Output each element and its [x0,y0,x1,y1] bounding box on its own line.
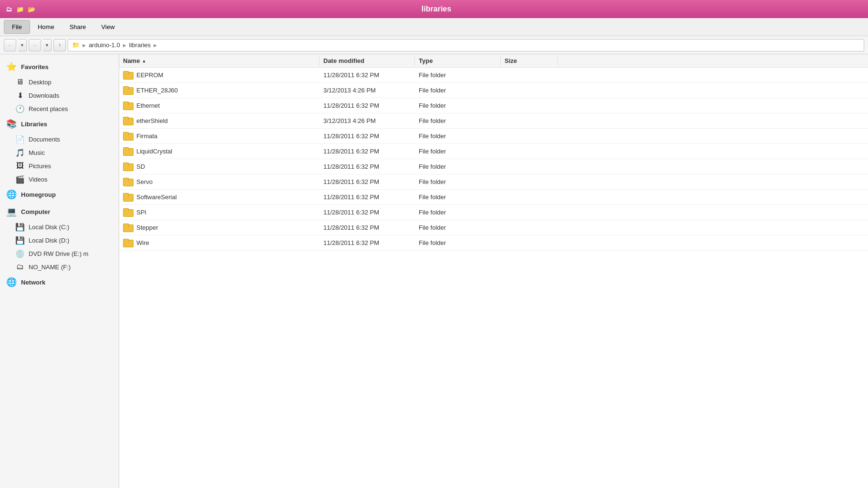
app-icon-2: 📁 [15,4,25,14]
table-row[interactable]: SD11/28/2011 6:32 PMFile folder [119,159,868,174]
file-date: 11/28/2011 6:32 PM [320,237,415,248]
file-type: File folder [415,100,501,111]
file-size [501,89,558,92]
sidebar-section-network[interactable]: 🌐 Network [0,274,119,291]
pictures-label: Pictures [29,163,51,170]
file-type: File folder [415,161,501,172]
menu-file[interactable]: File [4,20,30,34]
sidebar-item-dvd-drive[interactable]: 💿 DVD RW Drive (E:) m [0,247,119,260]
sidebar-item-no-name[interactable]: 🗂 NO_NAME (F:) [0,260,119,274]
col-header-type[interactable]: Type [415,55,501,66]
sidebar-section-libraries[interactable]: 📚 Libraries [0,115,119,132]
table-row[interactable]: Wire11/28/2011 6:32 PMFile folder [119,235,868,251]
folder-icon [123,86,133,95]
file-size [501,119,558,123]
computer-label: Computer [21,208,50,215]
breadcrumb-end-arrow[interactable]: ► [153,42,158,48]
table-row[interactable]: Stepper11/28/2011 6:32 PMFile folder [119,220,868,235]
file-name-cell: Servo [119,176,320,188]
back-dropdown[interactable]: ▼ [18,39,27,51]
sidebar-item-videos[interactable]: 🎬 Videos [0,173,119,186]
dvd-drive-label: DVD RW Drive (E:) m [29,250,88,257]
table-row[interactable]: etherShield3/12/2013 4:26 PMFile folder [119,113,868,129]
favorites-label: Favorites [21,63,49,71]
file-type: File folder [415,237,501,248]
libraries-section-icon: 📚 [6,118,17,130]
forward-button[interactable]: → [29,39,41,51]
file-date: 11/28/2011 6:32 PM [320,207,415,218]
sidebar-item-desktop[interactable]: 🖥 Desktop [0,75,119,89]
file-name-cell: Firmata [119,130,320,142]
file-date: 11/28/2011 6:32 PM [320,146,415,157]
table-row[interactable]: Ethernet11/28/2011 6:32 PMFile folder [119,98,868,113]
file-name: Wire [136,239,149,246]
breadcrumb-arduino[interactable]: arduino-1.0 [89,41,120,49]
main-layout: ⭐ Favorites 🖥 Desktop ⬇ Downloads 🕐 Rece… [0,54,868,488]
file-size [501,180,558,184]
table-row[interactable]: Servo11/28/2011 6:32 PMFile folder [119,174,868,190]
sidebar-section-favorites[interactable]: ⭐ Favorites [0,58,119,75]
file-type: File folder [415,131,501,142]
file-name: SoftwareSerial [136,193,177,201]
table-row[interactable]: EEPROM11/28/2011 6:32 PMFile folder [119,68,868,83]
col-header-date[interactable]: Date modified [320,55,415,66]
sidebar-item-local-disk-d[interactable]: 💾 Local Disk (D:) [0,234,119,247]
sidebar: ⭐ Favorites 🖥 Desktop ⬇ Downloads 🕐 Rece… [0,54,119,488]
recent-places-icon: 🕐 [15,104,25,113]
sidebar-item-documents[interactable]: 📄 Documents [0,132,119,146]
sidebar-item-downloads[interactable]: ⬇ Downloads [0,89,119,102]
forward-dropdown[interactable]: ▼ [43,39,52,51]
menu-share[interactable]: Share [62,20,94,33]
sidebar-section-homegroup[interactable]: 🌐 Homegroup [0,186,119,203]
recent-places-label: Recent places [29,105,68,112]
documents-label: Documents [29,136,60,143]
file-size [501,241,558,245]
app-icon-3: 📂 [27,4,36,14]
window-icons: 🗂 📁 📂 [4,0,36,18]
folder-icon [123,178,133,186]
table-row[interactable]: LiquidCrystal11/28/2011 6:32 PMFile fold… [119,144,868,159]
breadcrumb[interactable]: 📁 ► arduino-1.0 ► libraries ► [68,39,864,51]
up-button[interactable]: ↑ [53,39,66,51]
col-header-name[interactable]: Name [119,55,320,66]
table-row[interactable]: Firmata11/28/2011 6:32 PMFile folder [119,129,868,144]
sidebar-item-pictures[interactable]: 🖼 Pictures [0,159,119,173]
menu-home[interactable]: Home [30,20,62,33]
favorites-icon: ⭐ [6,61,17,72]
table-row[interactable]: ETHER_28J603/12/2013 4:26 PMFile folder [119,83,868,98]
local-disk-c-label: Local Disk (C:) [29,224,69,231]
folder-icon [123,132,133,141]
breadcrumb-home-icon: 📁 [72,41,80,49]
file-date: 11/28/2011 6:32 PM [320,100,415,111]
folder-icon [123,102,133,110]
folder-icon [123,239,133,247]
table-row[interactable]: SPI11/28/2011 6:32 PMFile folder [119,205,868,220]
network-label: Network [21,279,45,286]
libraries-label: Libraries [21,121,47,128]
file-type: File folder [415,115,501,126]
back-button[interactable]: ← [4,39,16,51]
file-name: etherShield [136,117,168,124]
local-disk-c-icon: 💾 [15,222,25,232]
file-type: File folder [415,146,501,157]
sidebar-item-recent-places[interactable]: 🕐 Recent places [0,102,119,115]
table-row[interactable]: SoftwareSerial11/28/2011 6:32 PMFile fol… [119,190,868,205]
file-date: 11/28/2011 6:32 PM [320,161,415,172]
file-name-cell: SPI [119,206,320,219]
title-bar: 🗂 📁 📂 libraries [0,0,868,18]
breadcrumb-libraries[interactable]: libraries [129,41,151,49]
sidebar-section-computer[interactable]: 💻 Computer [0,203,119,220]
col-type-label: Type [419,57,433,64]
file-date: 11/28/2011 6:32 PM [320,192,415,203]
col-date-label: Date modified [323,57,364,64]
folder-icon [123,71,133,80]
sidebar-item-music[interactable]: 🎵 Music [0,146,119,159]
file-size [501,195,558,199]
menu-view[interactable]: View [93,20,122,33]
dvd-drive-icon: 💿 [15,249,25,258]
file-type: File folder [415,192,501,203]
col-header-size[interactable]: Size [501,55,558,66]
local-disk-d-label: Local Disk (D:) [29,237,69,244]
sidebar-item-local-disk-c[interactable]: 💾 Local Disk (C:) [0,220,119,234]
file-type: File folder [415,207,501,218]
